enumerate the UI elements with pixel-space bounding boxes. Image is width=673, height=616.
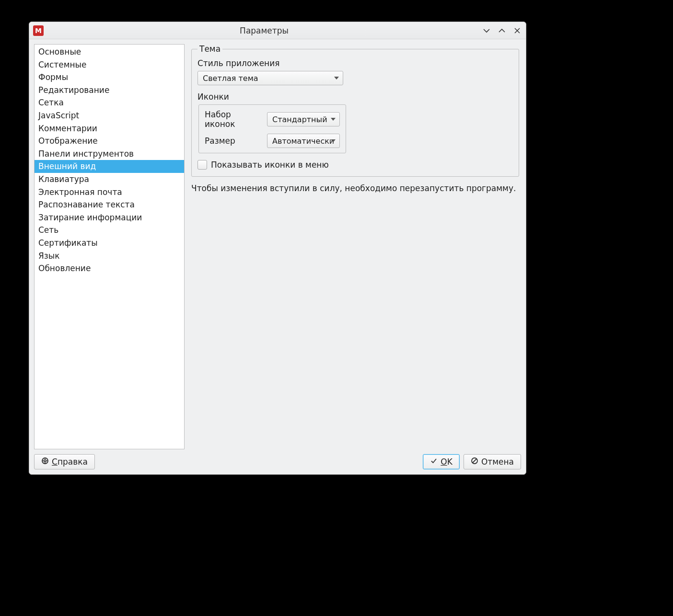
sidebar-item[interactable]: Внешний вид [35,160,184,173]
chevron-down-icon [334,77,339,80]
icons-group: Набор иконок Стандартный Размер Автомати… [198,104,346,153]
cancel-button[interactable]: Отмена [464,454,521,469]
sidebar-item[interactable]: Язык [35,250,184,262]
sidebar-item[interactable]: Электронная почта [35,186,184,199]
app-style-combo[interactable]: Светлая тема [197,71,343,85]
sidebar-item[interactable]: Распознавание текста [35,198,184,211]
icon-size-label: Размер [205,136,261,146]
sidebar-item[interactable]: Редактирование [35,84,184,97]
sidebar-item[interactable]: Формы [35,71,184,84]
ok-button[interactable]: OK [423,454,460,469]
icon-size-combo[interactable]: Автоматически [267,134,340,148]
app-icon [33,25,44,36]
maximize-button[interactable] [497,26,507,35]
svg-point-3 [44,460,46,462]
dialog-footer: Справка OK Отмена [29,449,526,474]
sidebar-item[interactable]: Комментарии [35,122,184,135]
theme-group: Тема Стиль приложения Светлая тема Иконк… [191,44,519,177]
cancel-button-label: Отмена [481,457,514,467]
icon-set-value: Стандартный [272,115,327,124]
cancel-icon [471,457,478,467]
dialog-body: ОсновныеСистемныеФормыРедактированиеСетк… [29,39,526,449]
icon-set-combo[interactable]: Стандартный [267,112,340,126]
icons-label: Иконки [197,92,513,102]
theme-group-legend: Тема [197,44,222,54]
show-icons-in-menu-checkbox[interactable] [197,160,207,170]
show-icons-in-menu-label: Показывать иконки в меню [211,160,329,170]
sidebar-item[interactable]: Клавиатура [35,173,184,186]
help-button[interactable]: Справка [34,454,95,469]
sidebar-item[interactable]: Затирание информации [35,211,184,224]
category-list[interactable]: ОсновныеСистемныеФормыРедактированиеСетк… [34,44,185,449]
sidebar-item[interactable]: Основные [35,46,184,58]
check-icon [430,457,438,467]
restart-hint: Чтобы изменения вступили в силу, необход… [191,183,519,193]
icon-size-value: Автоматически [272,137,334,146]
show-icons-in-menu-row: Показывать иконки в меню [197,160,513,170]
window-buttons [482,26,522,35]
sidebar-item[interactable]: JavaScript [35,109,184,122]
sidebar-item[interactable]: Обновление [35,262,184,275]
chevron-down-icon [331,139,336,142]
icon-set-label: Набор иконок [205,110,261,129]
app-style-value: Светлая тема [203,74,258,83]
chevron-down-icon [331,118,336,121]
help-button-label: Справка [52,457,88,467]
app-style-label: Стиль приложения [197,58,513,68]
close-button[interactable] [512,26,522,35]
minimize-button[interactable] [482,26,491,35]
sidebar-item[interactable]: Отображение [35,135,184,148]
settings-dialog: Параметры ОсновныеСистемныеФормыРедактир… [29,22,526,475]
ok-button-label: OK [441,457,453,467]
sidebar-item[interactable]: Сетка [35,96,184,109]
window-title: Параметры [46,26,482,35]
sidebar-item[interactable]: Панели инструментов [35,148,184,160]
sidebar-item[interactable]: Сертификаты [35,237,184,250]
content-area: Тема Стиль приложения Светлая тема Иконк… [191,44,521,449]
sidebar-item[interactable]: Системные [35,58,184,71]
svg-line-9 [473,459,476,463]
sidebar-item[interactable]: Сеть [35,224,184,237]
titlebar: Параметры [29,22,526,39]
help-icon [41,457,49,467]
